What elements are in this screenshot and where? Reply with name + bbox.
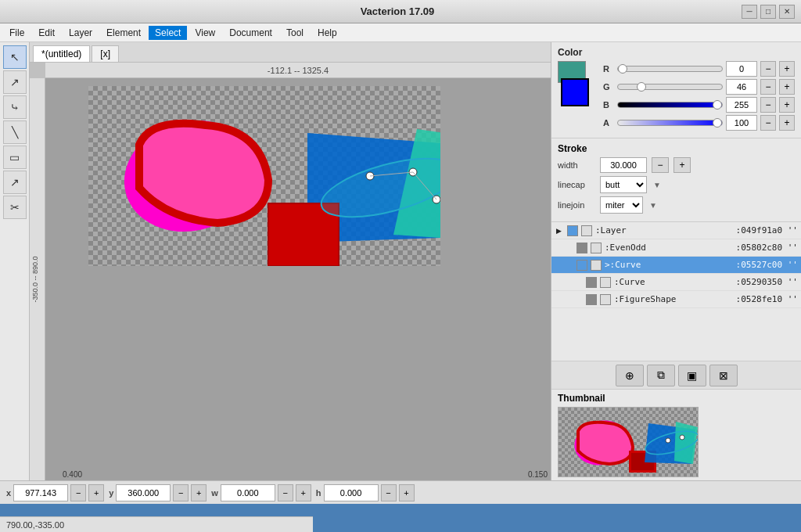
svg-point-19 <box>680 435 684 440</box>
color-row-g: G − + <box>603 79 795 95</box>
layer-eye-2[interactable] <box>577 260 587 271</box>
node-tool[interactable]: ↗ <box>3 70 27 94</box>
g-minus[interactable]: − <box>760 79 776 95</box>
x-input[interactable] <box>13 484 68 501</box>
menu-item-file[interactable]: File <box>3 26 31 40</box>
layer-eye-1[interactable] <box>577 243 587 253</box>
b-label: B <box>603 100 614 110</box>
layer-expand-0[interactable]: ▶ <box>556 227 566 235</box>
thumb-svg <box>559 408 699 477</box>
select-tool[interactable]: ↖ <box>3 45 27 69</box>
bezier-tool[interactable]: ⤷ <box>3 95 27 119</box>
coord-display: -112.1 -- 1325.4 <box>268 66 329 75</box>
r-input[interactable] <box>726 61 757 77</box>
w-input[interactable] <box>221 484 275 501</box>
stroke-label: Stroke <box>558 143 795 154</box>
layer-lock-2[interactable] <box>591 260 602 271</box>
line-tool[interactable]: ╲ <box>3 120 27 144</box>
a-plus[interactable]: + <box>779 115 795 131</box>
add-layer-btn[interactable]: ⊕ <box>616 365 644 386</box>
a-minus[interactable]: − <box>760 115 776 131</box>
close-button[interactable]: ✕ <box>779 5 795 19</box>
layer-eye-0[interactable] <box>567 225 578 236</box>
x-plus[interactable]: + <box>88 484 104 501</box>
tab-untitled[interactable]: *(untitled) <box>33 45 90 62</box>
b-plus[interactable]: + <box>779 97 795 113</box>
transform-tool[interactable]: ↗ <box>3 171 27 194</box>
layer-section: ▶:Layer :049f91a0 '' :EvenOdd :05802c80 … <box>551 222 801 361</box>
layer-row-3[interactable]: :Curve :05290350 '' <box>551 274 801 291</box>
layer-id-4: :0528fe10 '' <box>736 294 798 304</box>
g-plus[interactable]: + <box>779 79 795 95</box>
menu-item-layer[interactable]: Layer <box>63 26 99 40</box>
status-coords: 790.00,-335.00 <box>0 516 313 532</box>
a-slider[interactable] <box>617 120 723 126</box>
linecap-select[interactable]: butt round square <box>600 176 647 193</box>
rect-tool[interactable]: ▭ <box>3 146 27 169</box>
h-minus[interactable]: − <box>381 484 397 501</box>
canvas-wrapper: -112.1 -- 1325.4 -350.0 -- 890.0 <box>30 63 551 480</box>
group-layer-btn[interactable]: ▣ <box>678 365 706 386</box>
b-input[interactable] <box>726 97 757 113</box>
menu-item-element[interactable]: Element <box>100 26 147 40</box>
y-input[interactable] <box>116 484 171 501</box>
window-controls: ─ □ ✕ <box>742 5 795 19</box>
r-plus[interactable]: + <box>779 61 795 77</box>
canvas-main[interactable]: 0.400 0.150 <box>45 78 551 480</box>
layer-lock-3[interactable] <box>600 277 611 288</box>
b-slider[interactable] <box>617 102 723 108</box>
a-label: A <box>603 118 614 128</box>
stroke-width-input[interactable] <box>600 157 647 173</box>
menu-item-select[interactable]: Select <box>149 26 187 40</box>
thumbnail-label: Thumbnail <box>558 393 795 404</box>
knife-tool[interactable]: ✂ <box>3 196 27 219</box>
stroke-width-row: width − + <box>558 157 795 173</box>
r-slider[interactable] <box>617 66 723 72</box>
b-minus[interactable]: − <box>760 97 776 113</box>
layer-row-2[interactable]: >:Curve :05527c00 '' <box>551 257 801 274</box>
layer-row-1[interactable]: :EvenOdd :05802c80 '' <box>551 239 801 257</box>
layer-row-0[interactable]: ▶:Layer :049f91a0 '' <box>551 222 801 239</box>
stroke-linecap-row: linecap butt round square ▼ <box>558 176 795 193</box>
menu-item-help[interactable]: Help <box>311 26 343 40</box>
layer-lock-4[interactable] <box>600 294 611 305</box>
menu-item-edit[interactable]: Edit <box>32 26 61 40</box>
w-minus[interactable]: − <box>278 484 293 501</box>
y-plus[interactable]: + <box>191 484 207 501</box>
canvas-bottom-right-label: 0.150 <box>528 470 548 479</box>
r-minus[interactable]: − <box>760 61 776 77</box>
x-minus[interactable]: − <box>70 484 86 501</box>
menu-item-view[interactable]: View <box>189 26 221 40</box>
stroke-linejoin-row: linejoin miter round bevel ▼ <box>558 196 795 214</box>
h-input[interactable] <box>324 484 379 501</box>
minimize-button[interactable]: ─ <box>742 5 757 19</box>
y-minus[interactable]: − <box>173 484 189 501</box>
menu-item-document[interactable]: Document <box>223 26 278 40</box>
layer-lock-1[interactable] <box>591 243 602 253</box>
layer-row-4[interactable]: :FigureShape :0528fe10 '' <box>551 291 801 308</box>
menu-item-tool[interactable]: Tool <box>280 26 310 40</box>
maximize-button[interactable]: □ <box>760 5 776 19</box>
layer-eye-3[interactable] <box>586 277 597 288</box>
linejoin-select[interactable]: miter round bevel <box>600 196 643 214</box>
stroke-width-label: width <box>558 160 595 170</box>
layer-name-4: :FigureShape <box>614 294 735 304</box>
h-plus[interactable]: + <box>399 484 415 501</box>
stroke-width-minus[interactable]: − <box>652 157 669 173</box>
thumbnail-section: Thumbnail <box>551 390 801 480</box>
layer-name-2: >:Curve <box>605 260 735 270</box>
swatch-blue[interactable] <box>561 78 589 106</box>
duplicate-layer-btn[interactable]: ⧉ <box>647 365 675 386</box>
layer-eye-4[interactable] <box>586 294 597 305</box>
g-input[interactable] <box>726 79 757 95</box>
a-input[interactable] <box>726 115 757 131</box>
g-slider[interactable] <box>617 84 723 90</box>
w-plus[interactable]: + <box>296 484 311 501</box>
ruler-top: -112.1 -- 1325.4 <box>45 63 551 78</box>
left-toolbar: ↖↗⤷╲▭↗✂ <box>0 42 30 480</box>
stroke-width-plus[interactable]: + <box>673 157 691 173</box>
layer-name-0: :Layer <box>595 225 735 235</box>
layer-lock-0[interactable] <box>581 225 592 236</box>
tab-x[interactable]: [x] <box>92 45 119 62</box>
delete-layer-btn[interactable]: ⊠ <box>709 365 738 386</box>
